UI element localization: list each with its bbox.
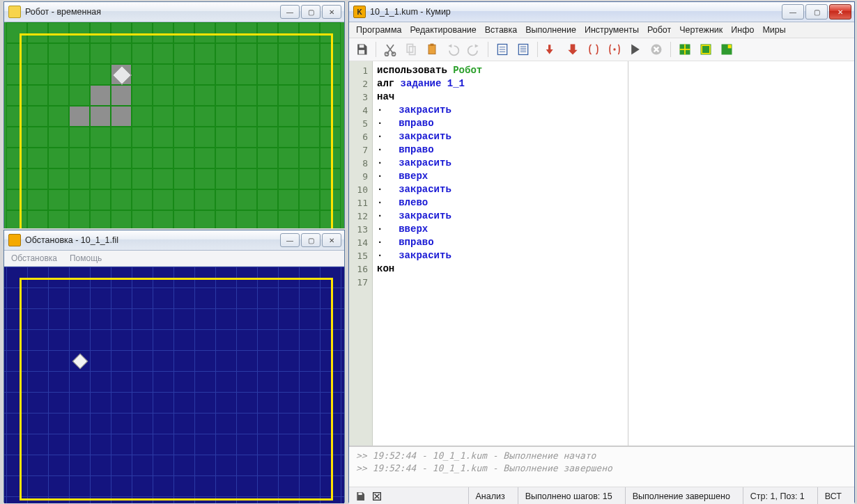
run-red-down-icon[interactable] (543, 41, 560, 58)
environment-window: Обстановка - 10_1_1.fil — ▢ ✕ Обстановка… (3, 230, 345, 503)
robot-titlebar[interactable]: Робот - временная — ▢ ✕ (4, 2, 344, 22)
menu-item[interactable]: Робот (647, 25, 671, 35)
console-output: >> 19:52:44 - 10_1_1.kum - Выполнение на… (349, 446, 854, 487)
side-pane (628, 61, 854, 446)
copy-icon[interactable] (403, 41, 419, 58)
menu-item[interactable]: Чертежник (679, 25, 723, 35)
menu-item[interactable]: Выполнение (525, 25, 576, 35)
page-lines2-icon[interactable] (515, 41, 532, 58)
cancel-status-icon[interactable] (371, 491, 383, 502)
status-state: Выполнение завершено (625, 487, 737, 504)
run-red-down2-icon[interactable] (564, 41, 581, 58)
status-bar: Анализ Выполнено шагов: 15 Выполнение за… (349, 487, 854, 504)
step-brace-icon[interactable] (585, 41, 602, 58)
svg-rect-5 (410, 47, 415, 55)
svg-rect-7 (431, 44, 434, 46)
cut-icon[interactable] (382, 41, 399, 58)
robot-canvas[interactable] (4, 22, 344, 228)
close-button[interactable]: ✕ (322, 5, 341, 19)
save-icon[interactable] (353, 41, 370, 58)
menu-item[interactable]: Миры (762, 25, 785, 35)
paste-icon[interactable] (424, 41, 440, 58)
page-lines-icon[interactable] (494, 41, 511, 58)
menu-item[interactable]: Редактирование (410, 25, 477, 35)
maximize-button[interactable]: ▢ (805, 4, 828, 19)
svg-rect-1 (359, 50, 364, 54)
svg-rect-25 (728, 45, 732, 48)
svg-point-17 (613, 48, 615, 50)
menu-item[interactable]: Помощь (70, 253, 102, 263)
maximize-button[interactable]: ▢ (301, 233, 321, 247)
grid-green-dot-icon[interactable] (718, 41, 735, 58)
stop-icon[interactable] (648, 41, 665, 58)
grid-green-border-icon[interactable] (697, 41, 714, 58)
env-app-icon (8, 234, 21, 246)
robot-title-text: Робот - временная (25, 7, 280, 17)
grid-green-icon[interactable] (677, 41, 693, 58)
kumir-menubar: ПрограммаРедактированиеВставкаВыполнение… (349, 22, 854, 38)
status-ins: ВСТ (817, 487, 849, 504)
kumir-app-icon: K (353, 6, 366, 18)
status-analysis: Анализ (468, 487, 512, 504)
close-button[interactable]: ✕ (829, 4, 851, 19)
menu-item[interactable]: Программа (356, 25, 402, 35)
svg-rect-26 (358, 493, 362, 495)
env-menubar: ОбстановкаПомощь (4, 251, 344, 267)
minimize-button[interactable]: — (280, 233, 300, 247)
kumir-title-text: 10_1_1.kum - Кумир (370, 7, 782, 17)
svg-rect-6 (428, 45, 435, 54)
menu-item[interactable]: Инструменты (585, 25, 639, 35)
svg-rect-12 (518, 45, 527, 55)
redo-icon[interactable] (465, 41, 482, 58)
status-steps: Выполнено шагов: 15 (518, 487, 619, 504)
close-button[interactable]: ✕ (322, 233, 341, 247)
env-titlebar[interactable]: Обстановка - 10_1_1.fil — ▢ ✕ (4, 230, 344, 251)
robot-app-icon (8, 6, 21, 18)
env-canvas[interactable] (4, 267, 344, 503)
robot-window: Робот - временная — ▢ ✕ (3, 1, 345, 228)
kumir-toolbar (349, 38, 854, 61)
menu-item[interactable]: Обстановка (11, 253, 57, 263)
line-gutter: 1234567891011121314151617 (349, 61, 373, 446)
save-status-icon[interactable] (355, 491, 366, 502)
kumir-titlebar[interactable]: K 10_1_1.kum - Кумир — ▢ ✕ (349, 2, 854, 22)
code-editor[interactable]: 1234567891011121314151617 использовать Р… (349, 61, 628, 446)
minimize-button[interactable]: — (280, 5, 300, 19)
step-brace2-icon[interactable] (606, 41, 623, 58)
minimize-button[interactable]: — (782, 4, 804, 19)
kumir-window: K 10_1_1.kum - Кумир — ▢ ✕ ПрограммаРеда… (348, 1, 855, 503)
cursor-run-icon[interactable] (627, 41, 644, 58)
svg-rect-4 (407, 45, 412, 53)
undo-icon[interactable] (445, 41, 461, 58)
code-area[interactable]: использовать Роботалг задание 1_1нач· за… (373, 61, 628, 446)
menu-item[interactable]: Вставка (485, 25, 517, 35)
status-pos: Стр: 1, Поз: 1 (743, 487, 812, 504)
env-title-text: Обстановка - 10_1_1.fil (25, 235, 280, 245)
maximize-button[interactable]: ▢ (301, 5, 321, 19)
svg-rect-0 (360, 45, 364, 47)
menu-item[interactable]: Инфо (731, 25, 754, 35)
